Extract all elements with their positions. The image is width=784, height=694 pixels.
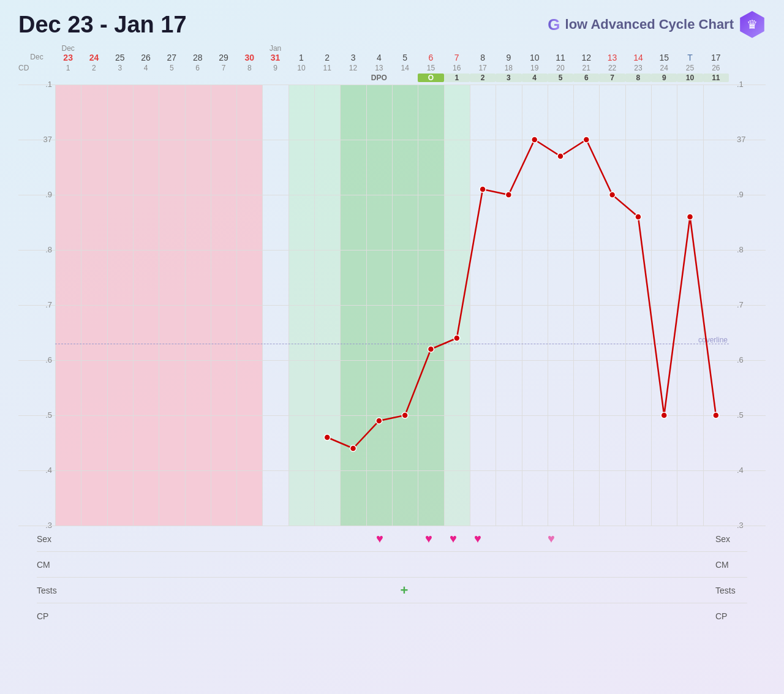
sex-label-left: Sex — [37, 534, 74, 544]
sex-cell-16[interactable]: ♥ — [466, 532, 490, 546]
dpo-row: DPOO1234567891011 — [18, 74, 766, 82]
dpo-val-10 — [314, 74, 340, 82]
cd-val-2: 3 — [107, 64, 133, 72]
chart-col-21 — [599, 85, 625, 526]
dpo-val-0 — [55, 74, 81, 82]
chart-col-17 — [496, 85, 521, 526]
sex-cell-19[interactable]: ♥ — [539, 532, 564, 546]
chart-col-6 — [211, 85, 236, 526]
dpo-val-2 — [107, 74, 133, 82]
sex-cell-12[interactable]: ♥ — [368, 532, 392, 546]
day-col-7: 30 — [236, 53, 262, 62]
chart-col-5 — [185, 85, 211, 526]
sex-cell-15[interactable]: ♥ — [441, 532, 466, 546]
chart-col-8 — [262, 85, 288, 526]
day-col-15: 7 — [444, 53, 470, 62]
dpo-val-6 — [211, 74, 236, 82]
plus-icon[interactable]: + — [401, 583, 409, 598]
day-col-6: 29 — [211, 53, 236, 62]
dpo-val-3 — [133, 74, 159, 82]
chart-col-16 — [470, 85, 496, 526]
dpo-val-1 — [81, 74, 107, 82]
day-col-4: 27 — [159, 53, 184, 62]
chart-col-20 — [573, 85, 599, 526]
day-col-12: 4 — [366, 53, 392, 62]
dpo-val-7 — [236, 74, 262, 82]
cm-row: CMCM — [37, 551, 747, 577]
heart-icon: ♥ — [474, 532, 481, 545]
chart-col-19 — [548, 85, 573, 526]
cm-label-right: CM — [710, 560, 747, 570]
cd-val-10: 11 — [314, 64, 340, 72]
cd-label: CD — [18, 64, 55, 72]
chart-col-18 — [522, 85, 548, 526]
heart-icon: ♥ — [425, 532, 432, 545]
dpo-val-18: 4 — [522, 74, 548, 82]
dpo-val-19: 5 — [548, 74, 573, 82]
cd-row: CD12345678910111213141516171819202122232… — [18, 64, 766, 72]
chart-col-23 — [651, 85, 677, 526]
cd-val-15: 16 — [444, 64, 470, 72]
chart-col-25 — [703, 85, 729, 526]
day-col-24: T — [677, 53, 703, 62]
cp-label-right: CP — [710, 611, 747, 621]
chart-col-3 — [133, 85, 159, 526]
cd-val-21: 22 — [599, 64, 625, 72]
chart-container: Dec 23 - Jan 17 G low Advanced Cycle Cha… — [0, 0, 784, 694]
brand-name: low Advanced Cycle Chart — [565, 17, 734, 32]
day-col-20: 12 — [573, 53, 599, 62]
dpo-val-15: 1 — [444, 74, 470, 82]
cd-val-18: 19 — [522, 64, 548, 72]
cp-row: CPCP — [37, 603, 747, 628]
chart-background — [55, 85, 729, 526]
month-labels-row: DecJan — [18, 44, 766, 53]
chart-col-10 — [314, 85, 340, 526]
dpo-val-4 — [159, 74, 184, 82]
tests-row: Tests+Tests — [37, 577, 747, 603]
dpo-val-16: 2 — [470, 74, 496, 82]
cd-val-5: 6 — [185, 64, 211, 72]
day-col-14: 6 — [418, 53, 443, 62]
cd-val-3: 4 — [133, 64, 159, 72]
cd-val-9: 10 — [288, 64, 314, 72]
date-range-title: Dec 23 - Jan 17 — [18, 12, 187, 38]
dpo-val-12: DPO — [366, 74, 392, 82]
sex-cell-14[interactable]: ♥ — [417, 532, 441, 546]
cp-label-left: CP — [37, 611, 74, 621]
dpo-val-8 — [262, 74, 288, 82]
col-headers: Dec2324252627282930311234567891011121314… — [18, 53, 766, 62]
chart-col-14 — [418, 85, 443, 526]
cd-val-24: 25 — [677, 64, 703, 72]
chart-col-13 — [392, 85, 418, 526]
cd-val-20: 21 — [573, 64, 599, 72]
cd-val-7: 8 — [236, 64, 262, 72]
sex-row: Sex♥♥♥♥♥Sex — [37, 526, 747, 551]
cd-val-11: 12 — [340, 64, 366, 72]
chart-col-1 — [81, 85, 107, 526]
dpo-val-25: 11 — [703, 74, 729, 82]
sex-label-right: Sex — [710, 534, 747, 544]
cd-val-25: 26 — [703, 64, 729, 72]
day-col-3: 26 — [133, 53, 159, 62]
crown-icon: ♛ — [739, 11, 766, 38]
chart-body: .1.13737.9.9.8.8.7.7.6.6.5.5.4.4.3.3 cov… — [18, 85, 766, 526]
month-dec-label: Dec — [18, 53, 55, 62]
dpo-val-21: 7 — [599, 74, 625, 82]
cd-val-1: 2 — [81, 64, 107, 72]
chart-col-24 — [677, 85, 703, 526]
brand-g-letter: G — [548, 15, 560, 34]
cd-val-4: 5 — [159, 64, 184, 72]
grid-area: DecJanDec2324252627282930311234567891011… — [18, 44, 766, 628]
brand-area: G low Advanced Cycle Chart ♛ — [548, 11, 766, 38]
day-col-1: 24 — [81, 53, 107, 62]
dpo-val-11 — [340, 74, 366, 82]
day-col-11: 3 — [340, 53, 366, 62]
chart-col-12 — [366, 85, 392, 526]
day-col-9: 1 — [288, 53, 314, 62]
chart-col-9 — [288, 85, 314, 526]
tests-cell-13[interactable]: + — [392, 583, 417, 598]
dpo-val-5 — [185, 74, 211, 82]
day-col-22: 14 — [625, 53, 651, 62]
cm-label-left: CM — [37, 560, 74, 570]
cd-val-14: 15 — [418, 64, 443, 72]
